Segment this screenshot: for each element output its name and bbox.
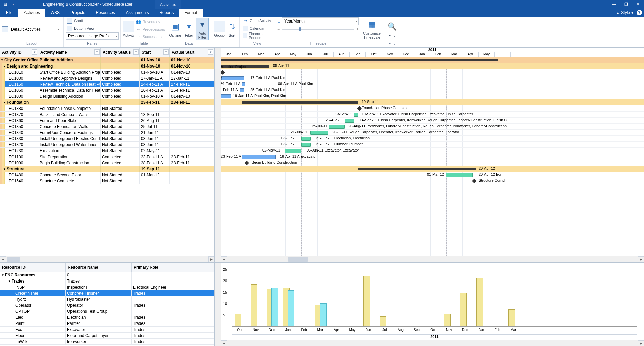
outline-button[interactable]: ▣Outline	[168, 18, 182, 40]
gantt-bar[interactable]	[301, 137, 311, 141]
table-row[interactable]: EC1380Foundation Phase CompleteNot Start…	[0, 105, 214, 112]
scroll-right-icon[interactable]: ▶	[638, 256, 644, 262]
table-row[interactable]: PaintPainterTrades	[0, 320, 214, 327]
filter-button[interactable]: ▼Filter	[183, 18, 195, 40]
gantt-button[interactable]: Gantt	[66, 17, 118, 24]
tab-activities[interactable]: Activities	[18, 9, 45, 17]
scroll-right-icon[interactable]: ▶	[208, 256, 214, 262]
table-row[interactable]: EC1480Concrete Second FloorNot Started01…	[0, 172, 214, 178]
table-row[interactable]: EC1160Review Technical Data on Heat Pump…	[0, 81, 214, 87]
col-actual-start[interactable]: Actual Start▼	[170, 48, 214, 57]
style-arrow-icon[interactable]: ▾	[631, 10, 633, 15]
table-row[interactable]: EC1350Concrete Foundation WallsNot Start…	[0, 124, 214, 130]
chart-hscroll[interactable]: ◀▶	[221, 340, 644, 346]
table-row[interactable]: OperatorOperatorTrades	[0, 302, 214, 308]
financial-periods-button[interactable]: Financial Periods	[242, 32, 273, 39]
table-row[interactable]: EC1540Structure CompleteNot Started	[0, 178, 214, 184]
table-row[interactable]: IrnWrkIronworkerTrades	[0, 339, 214, 345]
scroll-right-icon[interactable]: ▶	[638, 340, 644, 346]
table-row[interactable]: ExcExcavatorTrades	[0, 327, 214, 333]
sort-button[interactable]: ⇅Sort	[227, 18, 237, 40]
gantt-bar[interactable]	[310, 131, 328, 135]
timescale-combo[interactable]: Year/Month▾	[282, 17, 359, 25]
gantt-bar[interactable]	[345, 119, 354, 123]
gantt-bar[interactable]	[221, 76, 244, 80]
customize-timescale-button[interactable]: ▦Customize Timescale	[363, 18, 381, 40]
layout-icon[interactable]	[2, 26, 8, 32]
zoom-in-button[interactable]: +	[356, 27, 359, 32]
gantt-bar[interactable]	[221, 59, 498, 61]
table-row[interactable]: ▾TradesTrades	[0, 278, 214, 284]
table-row[interactable]: EC1000Design Building AdditionCompleted0…	[0, 93, 214, 99]
table-row[interactable]: EC1010Start Office Building Addition Pro…	[0, 69, 214, 75]
table-row[interactable]: OPTGPOperations Test Group	[0, 308, 214, 314]
milestone-icon[interactable]	[357, 106, 362, 111]
col-primary-role[interactable]: Primary Role	[132, 263, 214, 272]
milestone-icon[interactable]	[244, 161, 249, 165]
col-resource-name[interactable]: Resource Name	[66, 263, 132, 272]
milestone-icon[interactable]	[221, 70, 225, 75]
filter-icon[interactable]: ▼	[163, 49, 169, 55]
gantt-bar[interactable]	[221, 94, 231, 98]
table-row[interactable]: EC1090Begin Building ConstructionComplet…	[0, 160, 214, 166]
tab-wbs[interactable]: WBS	[45, 9, 65, 17]
gantt-bar[interactable]	[285, 149, 301, 153]
gantt-hscroll[interactable]: ◀▶	[221, 256, 644, 262]
gantt-bar[interactable]	[301, 143, 311, 147]
col-activity-status[interactable]: Activity Status▲▼	[101, 48, 140, 57]
table-row[interactable]: EC1370Backfill and Compact WallsNot Star…	[0, 112, 214, 118]
col-start[interactable]: Start▼	[140, 48, 170, 57]
tab-projects[interactable]: Projects	[65, 9, 90, 17]
hscroll[interactable]: ◀▶	[0, 256, 214, 262]
col-activity-name[interactable]: Activity Name▼	[38, 48, 101, 57]
table-row[interactable]: ▾City Center Office Building Addition01-…	[0, 57, 214, 63]
qat-dropdown-icon[interactable]: ▾	[11, 3, 16, 6]
gantt-body[interactable]: 06-Apr-11Addition Project17-Feb-11 A Pau…	[221, 57, 644, 256]
table-row[interactable]: HydroHydroblaster	[0, 296, 214, 302]
calendar-button[interactable]: Calendar	[242, 25, 273, 32]
filter-icon[interactable]: ▼	[208, 49, 213, 55]
group-button[interactable]: Group	[213, 18, 225, 40]
table-row[interactable]: ▾E&C Resources0.	[0, 272, 214, 278]
activity-button[interactable]: Activity	[123, 18, 135, 40]
style-menu[interactable]: Style	[621, 10, 630, 15]
goto-activity-button[interactable]: ➜Go to Activity	[242, 17, 273, 24]
table-row[interactable]: ▾Foundation23-Feb-1123-Feb-11	[0, 99, 214, 105]
layout-combo[interactable]: Default Activities ▾	[9, 26, 61, 33]
scroll-left-icon[interactable]: ◀	[221, 340, 227, 346]
table-row[interactable]: EC1360Form and Pour SlabNot Started26-Au…	[0, 118, 214, 124]
table-row[interactable]: CretefinisherConcrete FinisherTrades	[0, 290, 214, 296]
table-row[interactable]: EC1100Site PreparationCompleted23-Feb-11…	[0, 154, 214, 160]
gantt-bar[interactable]	[358, 168, 476, 170]
table-row[interactable]: FloorFloor and Carpet LayerTrades	[0, 333, 214, 339]
gantt-bar[interactable]	[329, 125, 345, 129]
table-row[interactable]: EC1050Assemble Technical Data for Heat P…	[0, 87, 214, 93]
table-row[interactable]: ▾Structure19-Sep-11	[0, 166, 214, 172]
context-tab-activities[interactable]: Activities	[155, 0, 181, 9]
grid-body[interactable]: ▾City Center Office Building Addition01-…	[0, 57, 214, 256]
auto-filter-button[interactable]: ▼Auto Filter	[196, 18, 209, 40]
filter-icon[interactable]: ▼	[32, 49, 37, 55]
table-row[interactable]: EC1320Install Underground Water LinesNot…	[0, 142, 214, 148]
col-activity-id[interactable]: Activity ID▼	[0, 48, 38, 57]
bottom-view-button[interactable]: Bottom View	[66, 25, 118, 32]
tab-resources[interactable]: Resources	[90, 9, 120, 17]
help-button[interactable]: ?	[637, 10, 642, 15]
vscroll[interactable]	[215, 263, 221, 346]
table-row[interactable]: EC1230ExcavationNot Started02-May-11	[0, 148, 214, 154]
table-row[interactable]: EC1330Install Underground Electric Condu…	[0, 136, 214, 142]
table-row[interactable]: ElecElectricianTrades	[0, 314, 214, 320]
bottom-view-combo[interactable]: Resource Usage Profile▾	[66, 32, 119, 40]
table-row[interactable]: INSPInspectionsElectrical Engineer	[0, 284, 214, 290]
tab-file[interactable]: File	[0, 9, 18, 17]
filter-icon[interactable]: ▼	[94, 49, 100, 55]
collapse-ribbon-icon[interactable]: ▲	[616, 11, 620, 15]
milestone-icon[interactable]	[472, 179, 477, 183]
minimize-button[interactable]: —	[608, 0, 620, 9]
table-row[interactable]: ▾Design and Engineering01-Nov-1001-Nov-1…	[0, 63, 214, 69]
find-button[interactable]: 🔍Find	[385, 18, 399, 40]
gantt-bar[interactable]	[242, 101, 358, 104]
tab-assignments[interactable]: Assignments	[120, 9, 154, 17]
scroll-left-icon[interactable]: ◀	[0, 256, 6, 262]
maximize-button[interactable]: ❐	[620, 0, 632, 9]
